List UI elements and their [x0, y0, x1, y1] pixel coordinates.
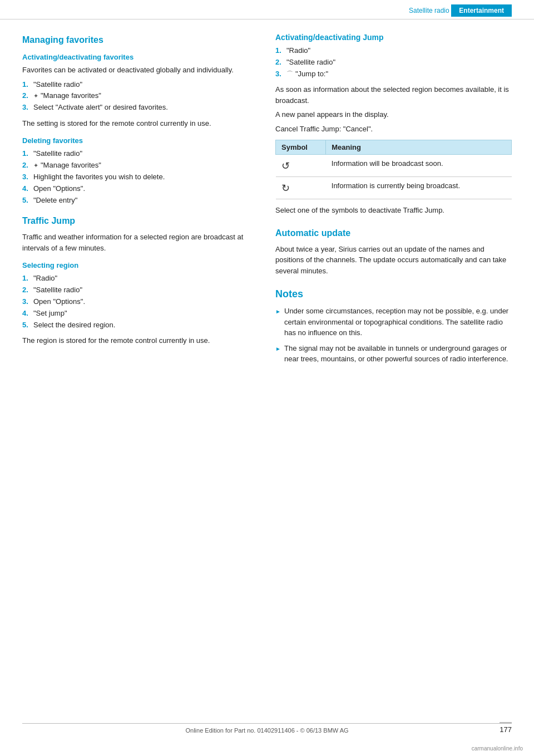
traffic-jump-body: Traffic and weather information for a se… [22, 232, 259, 253]
traffic-jump-title: Traffic Jump [22, 216, 259, 226]
table-col-symbol: Symbol [276, 140, 326, 155]
step-num: 3. [275, 68, 284, 80]
table-row: Information is currently being broadcast… [276, 177, 512, 199]
step-num: 1. [275, 45, 284, 57]
list-item: 1. "Satellite radio" [22, 79, 259, 91]
symbol-now [276, 177, 326, 199]
selecting-region-steps: 1. "Radio" 2. "Satellite radio" 3. Open … [22, 273, 259, 331]
list-item: 5. "Delete entry" [22, 195, 259, 207]
list-item: ► The signal may not be available in tun… [275, 343, 512, 365]
step-text: Highlight the favorites you wish to dele… [33, 171, 165, 183]
list-item: ► Under some circumstances, reception ma… [275, 306, 512, 338]
step-text: Open "Options". [33, 183, 85, 195]
step-text: "Manage favorites" [41, 160, 101, 171]
automatic-update-body: About twice a year, Sirius carries out a… [275, 244, 512, 277]
step-text: "Radio" [33, 273, 57, 284]
jump-body1: As soon as information about the selecte… [275, 84, 512, 106]
settings-icon [33, 91, 38, 101]
activating-note: The setting is stored for the remote con… [22, 118, 259, 129]
right-column: Activating/deactivating Jump 1. "Radio" … [275, 33, 512, 369]
list-item: 5. Select the desired region. [22, 320, 259, 331]
step-num: 1. [22, 273, 31, 284]
list-item: 4. Open "Options". [22, 183, 259, 195]
step-num: 1. [22, 79, 31, 91]
step-text: Open "Options". [33, 296, 85, 308]
list-item: 1. "Satellite radio" [22, 148, 259, 160]
jump-body2: A new panel appears in the display. [275, 109, 512, 120]
list-item: 3. Highlight the favorites you wish to d… [22, 171, 259, 183]
list-item: 2. "Manage favorites" [22, 90, 259, 102]
list-item: 1. "Radio" [22, 273, 259, 284]
jump-body3: Cancel Traffic Jump: "Cancel". [275, 124, 512, 135]
activating-jump-steps: 1. "Radio" 2. "Satellite radio" 3. "Jump… [275, 45, 512, 80]
step-num: 3. [22, 296, 31, 308]
list-item: 1. "Radio" [275, 45, 512, 57]
list-item: 2. "Satellite radio" [22, 284, 259, 296]
left-column: Managing favorites Activating/deactivati… [22, 33, 259, 369]
step-text: "Satellite radio" [33, 79, 82, 91]
activating-jump-title: Activating/deactivating Jump [275, 33, 512, 42]
step-num: 4. [22, 183, 31, 195]
note-text: Under some circumstances, reception may … [284, 306, 512, 338]
deleting-steps-list: 1. "Satellite radio" 2. "Manage favorite… [22, 148, 259, 206]
selecting-region-note: The region is stored for the remote cont… [22, 335, 259, 346]
step-num: 2. [22, 284, 31, 296]
step-text: Select "Activate alert" or desired favor… [33, 102, 168, 114]
step-num: 5. [22, 195, 31, 207]
list-item: 4. "Set jump" [22, 308, 259, 320]
step-text: "Radio" [286, 45, 310, 57]
list-item: 3. Select "Activate alert" or desired fa… [22, 102, 259, 114]
footer-text: Online Edition for Part no. 01402911406 … [185, 727, 348, 734]
breadcrumb-satellite: Satellite radio [409, 7, 449, 14]
sym-soon-icon [281, 159, 290, 171]
watermark: carmanualonline.info [472, 745, 523, 752]
step-text: "Satellite radio" [33, 284, 82, 296]
step-num: 3. [22, 102, 31, 114]
step-num: 2. [275, 57, 284, 68]
selecting-region-subtitle: Selecting region [22, 261, 259, 269]
step-num: 2. [22, 160, 31, 171]
automatic-update-title: Automatic update [275, 228, 512, 238]
activating-steps-list: 1. "Satellite radio" 2. "Manage favorite… [22, 79, 259, 114]
activating-deactivating-subtitle: Activating/deactivating favorites [22, 53, 259, 61]
table-row: Information will be broadcast soon. [276, 155, 512, 177]
symbol-table: Symbol Meaning Information will be broad… [275, 140, 512, 199]
jump-icon [286, 69, 293, 80]
settings-icon [33, 160, 38, 171]
notes-title: Notes [275, 288, 512, 300]
page-container: Satellite radio Entertainment Managing f… [0, 0, 534, 756]
symbol-soon [276, 155, 326, 177]
step-text: "Jump to:" [295, 68, 328, 80]
managing-favorites-title: Managing favorites [22, 35, 259, 45]
meaning-soon: Information will be broadcast soon. [326, 155, 512, 177]
list-item: 2. "Manage favorites" [22, 160, 259, 171]
breadcrumb-entertainment: Entertainment [451, 4, 512, 17]
step-text: Select the desired region. [33, 320, 115, 331]
step-text: "Manage favorites" [41, 90, 101, 102]
table-col-meaning: Meaning [326, 140, 512, 155]
meaning-now: Information is currently being broadcast… [326, 177, 512, 199]
step-text: "Satellite radio" [33, 148, 82, 160]
list-item: 3. "Jump to:" [275, 68, 512, 80]
list-item: 2. "Satellite radio" [275, 57, 512, 68]
bullet-icon: ► [275, 307, 281, 316]
sym-now-icon [281, 181, 290, 194]
list-item: 3. Open "Options". [22, 296, 259, 308]
deleting-favorites-subtitle: Deleting favorites [22, 136, 259, 145]
header-bar: Satellite radio Entertainment [0, 0, 534, 19]
content-area: Managing favorites Activating/deactivati… [0, 19, 534, 369]
step-text: "Satellite radio" [286, 57, 335, 68]
step-num: 3. [22, 171, 31, 183]
notes-list: ► Under some circumstances, reception ma… [275, 306, 512, 365]
step-num: 5. [22, 320, 31, 331]
bullet-icon: ► [275, 345, 281, 353]
page-number: 177 [500, 725, 512, 734]
step-text: "Set jump" [33, 308, 67, 320]
step-text: "Delete entry" [33, 195, 77, 207]
note-text: The signal may not be available in tunne… [284, 343, 512, 365]
jump-footer-text: Select one of the symbols to deactivate … [275, 205, 512, 216]
step-num: 1. [22, 148, 31, 160]
activating-deactivating-body: Favorites can be activated or deactivate… [22, 65, 259, 76]
step-num: 4. [22, 308, 31, 320]
step-num: 2. [22, 90, 31, 102]
